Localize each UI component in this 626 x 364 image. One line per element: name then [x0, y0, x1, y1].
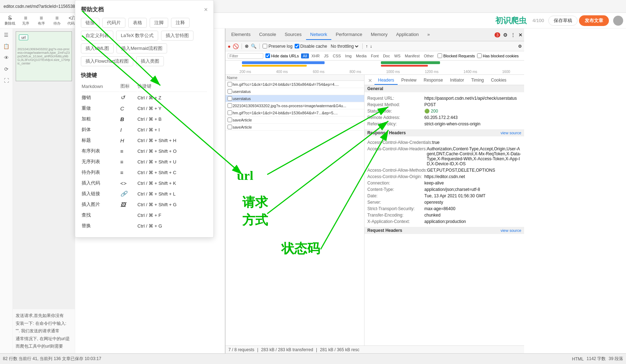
content-type-row: Content-Type: application/json;charset=u…: [367, 186, 521, 193]
disable-cache-input[interactable]: [295, 44, 299, 48]
network-row-2[interactable]: userstatus: [226, 95, 364, 102]
general-section-header[interactable]: General: [364, 85, 524, 92]
request-headers-view-source[interactable]: view source: [501, 228, 521, 233]
preserve-log-input[interactable]: [263, 44, 267, 48]
detail-panel: ✕ Headers Preview Response Initiator Tim…: [364, 75, 524, 345]
filter-type-all[interactable]: All: [301, 53, 309, 58]
search-button[interactable]: 🔍: [251, 43, 257, 49]
shortcut-insert-link: 插入链接🔗Ctrl / ⌘ + Shift + L: [82, 189, 207, 199]
close-devtools-icon[interactable]: ✕: [518, 32, 523, 38]
filter-type-doc[interactable]: Doc: [381, 53, 392, 58]
editor-status-bar: 82 行数 当前行 41, 当前列 136 文章已保存 10:03:17 HTM…: [0, 353, 626, 364]
detail-tab-headers[interactable]: Headers: [374, 76, 398, 85]
help-tag-footnote[interactable]: 注脚: [150, 18, 168, 28]
network-row-0[interactable]: hm.gif?cc=1&ck=1&cl=24-bit&ds=1536x864&v…: [226, 81, 364, 88]
help-tag-custom-list[interactable]: 自定义列表: [81, 31, 113, 41]
import-icon[interactable]: ↑: [366, 44, 368, 49]
format-todo[interactable]: ≡待办: [50, 14, 64, 27]
hide-data-urls-checkbox[interactable]: Hide data URLs: [265, 53, 299, 58]
filter-type-ws[interactable]: WS: [392, 53, 402, 58]
separator-2: [259, 43, 260, 49]
devtools-tab-memory[interactable]: Memory: [367, 30, 392, 40]
throttling-select[interactable]: No throttling: [329, 43, 359, 49]
file-type: HTML: [572, 357, 584, 362]
sidebar-toggle-icon[interactable]: ☰: [1, 30, 11, 40]
help-tag-flowchart[interactable]: 插入Flowchart流程图: [81, 56, 133, 66]
filter-type-img[interactable]: Img: [343, 53, 353, 58]
network-row-1[interactable]: userstatus: [226, 88, 364, 95]
disable-cache-checkbox[interactable]: Disable cache: [295, 44, 327, 49]
server-row: Server: openresty: [367, 199, 521, 206]
filter-input[interactable]: [228, 53, 263, 59]
has-blocked-cookies-checkbox[interactable]: Has blocked cookies: [477, 53, 519, 58]
filter-type-font[interactable]: Font: [369, 53, 381, 58]
export-icon[interactable]: ↓: [370, 44, 372, 49]
help-tag-comment[interactable]: 注释: [171, 18, 190, 28]
col-markdown: Markdown: [82, 83, 120, 92]
filter-type-js[interactable]: JS: [322, 53, 330, 58]
filter-type-css[interactable]: CSS: [331, 53, 343, 58]
help-tag-code[interactable]: 代码片: [102, 18, 125, 28]
blocked-requests-checkbox[interactable]: Blocked Requests: [438, 53, 475, 58]
filter-type-xhr[interactable]: XHR: [310, 53, 321, 58]
toc-icon[interactable]: 📋: [1, 41, 11, 51]
request-url-row: Request URL: https://passport.csdn.net/v…: [367, 95, 521, 102]
format-unordered[interactable]: ≡无序: [19, 14, 33, 27]
para-count: 39 段落: [609, 356, 623, 362]
devtools-tab-elements[interactable]: Elements: [227, 30, 255, 40]
help-tags: 链接 代码片 表格 注脚 注释 自定义列表 LaTeX 数学公式 插入甘特图 插…: [81, 18, 208, 66]
settings-icon[interactable]: ⚙: [503, 32, 508, 38]
record-button[interactable]: ●: [228, 43, 231, 49]
browser-url: editor.csdn.net/md?articleId=115653853: [4, 4, 80, 9]
detail-tab-cookies[interactable]: Cookies: [487, 76, 510, 85]
publish-button[interactable]: 发布文章: [579, 15, 609, 26]
save-button[interactable]: 保存草稿: [548, 16, 578, 26]
detail-close-button[interactable]: ✕: [366, 76, 374, 85]
help-tag-gantt[interactable]: 插入甘特图: [161, 31, 193, 41]
filter-type-manifest[interactable]: Manifest: [403, 53, 421, 58]
devtools-tab-performance[interactable]: Performance: [331, 30, 366, 40]
preview-icon[interactable]: 👁: [1, 53, 11, 63]
help-tag-latex[interactable]: LaTeX 数学公式: [116, 31, 158, 41]
network-row-4[interactable]: hm.gif?cc=1&ck=1&cl=24-bit&ds=1536x864&v…: [226, 109, 364, 116]
network-row-5[interactable]: saveArticle: [226, 116, 364, 124]
devtools-tab-sources[interactable]: Sources: [280, 30, 306, 40]
help-tag-uml[interactable]: 插入UML图: [81, 43, 114, 53]
format-strikethrough[interactable]: S̶删除线: [3, 14, 17, 27]
help-tag-classdiag[interactable]: 插入类图: [136, 56, 164, 66]
detail-tab-initiator[interactable]: Initiator: [446, 76, 467, 85]
devtools-tab-more[interactable]: »: [423, 30, 434, 40]
response-headers-view-source[interactable]: view source: [501, 131, 521, 135]
help-panel-close-button[interactable]: ×: [204, 6, 208, 14]
col-icon: 图标: [120, 83, 137, 92]
notification-badge: 3: [495, 32, 500, 37]
network-row-3[interactable]: 20210413093433202.jpg?x-oss-process=imag…: [226, 102, 364, 109]
request-headers-section-header[interactable]: Request Headers view source: [364, 227, 524, 234]
devtools-settings-icon[interactable]: ⚙: [518, 44, 522, 49]
help-tag-table[interactable]: 表格: [128, 18, 147, 28]
clear-button[interactable]: 🚫: [233, 43, 239, 49]
devtools-tab-application[interactable]: Application: [392, 30, 423, 40]
filter-type-media[interactable]: Media: [354, 53, 368, 58]
network-row-6[interactable]: saveArticle: [226, 124, 364, 131]
help-tag-link[interactable]: 链接: [81, 18, 99, 28]
detail-tab-preview[interactable]: Preview: [398, 76, 420, 85]
filter-toggle[interactable]: ⊗: [245, 43, 249, 49]
detail-tab-timing[interactable]: Timing: [467, 76, 487, 85]
sidebar-content: 发送请求,首先如果你没有 安装一下: 在命令行中输入: "". 我们发送的请求通…: [13, 309, 75, 353]
preserve-log-checkbox[interactable]: Preserve log: [263, 44, 292, 49]
devtools-tab-network[interactable]: Network: [306, 30, 332, 40]
response-headers-section-header[interactable]: Response Headers view source: [364, 129, 524, 136]
devtools-tab-console[interactable]: Console: [255, 30, 280, 40]
acah-row: Access-Control-Allow-Headers: Authorizat…: [367, 146, 521, 167]
fullscreen-icon[interactable]: ⛶: [1, 76, 11, 85]
help-tag-mermaid[interactable]: 插入Mermaid流程图: [117, 43, 167, 53]
resources-size: 281 kB / 365 kB resc: [320, 347, 359, 352]
method-row: Request Method: POST: [367, 102, 521, 108]
detail-tab-response[interactable]: Response: [420, 76, 446, 85]
avatar[interactable]: [613, 16, 623, 26]
format-ordered[interactable]: ≡有序: [34, 14, 48, 27]
filter-type-other[interactable]: Other: [422, 53, 436, 58]
more-options-icon[interactable]: ⋮: [511, 32, 516, 38]
sync-icon[interactable]: ⟳: [1, 64, 11, 74]
